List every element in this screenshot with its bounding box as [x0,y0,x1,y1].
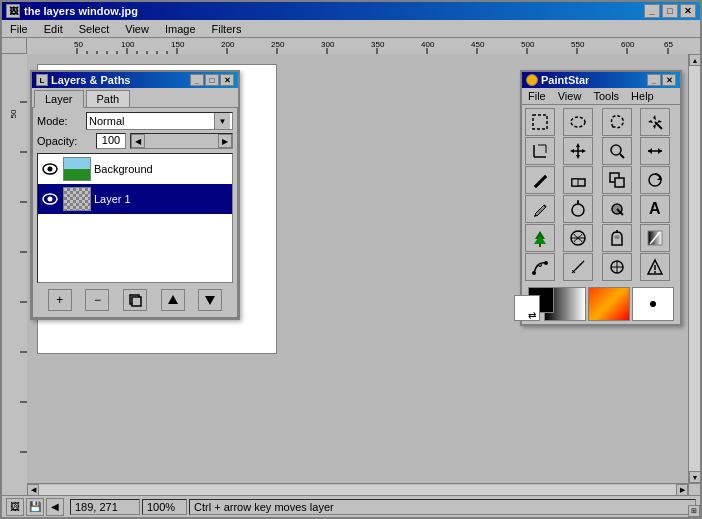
paintstar-menu-tools[interactable]: Tools [591,89,621,103]
menu-view[interactable]: View [121,22,153,36]
layers-maximize-button[interactable]: □ [205,74,219,86]
paintstar-close[interactable]: ✕ [662,74,676,86]
svg-rect-57 [132,297,141,306]
minimize-button[interactable]: _ [644,4,660,18]
text-tool[interactable]: A [640,195,670,223]
move-layer-up-button[interactable] [161,289,185,311]
svg-point-61 [571,117,585,127]
layer-item-background[interactable]: Background [38,154,232,184]
extra-tool2[interactable] [640,253,670,281]
pencil-tool[interactable] [525,195,555,223]
move-tool[interactable] [563,137,593,165]
scroll-track-h[interactable] [39,485,676,495]
layers-list[interactable]: Background Layer 1 [37,153,233,283]
path-tool[interactable] [525,253,555,281]
background-color[interactable] [514,295,540,321]
mode-select[interactable]: Normal ▼ [86,112,233,130]
ball-tool[interactable] [563,224,593,252]
tab-path[interactable]: Path [86,90,131,107]
wand-tool[interactable] [640,108,670,136]
scroll-track-v[interactable] [689,66,700,471]
scroll-up-button[interactable]: ▲ [689,54,701,66]
mode-row: Mode: Normal ▼ [37,112,233,130]
lasso-tool[interactable] [602,108,632,136]
layers-minimize-button[interactable]: _ [190,74,204,86]
layer-eye-background[interactable] [40,159,60,179]
layers-action-buttons: + − [37,287,233,313]
marquee-ellipse-tool[interactable] [563,108,593,136]
delete-layer-button[interactable]: − [85,289,109,311]
status-icon-2[interactable]: 💾 [26,498,44,516]
tools-grid: A [522,105,680,284]
svg-marker-63 [653,115,656,120]
measure-tool[interactable] [563,253,593,281]
svg-text:100: 100 [121,40,135,49]
svg-point-53 [48,167,53,172]
scroll-down-button[interactable]: ▼ [689,471,701,483]
close-button[interactable]: ✕ [680,4,696,18]
arrow-tool[interactable] [640,137,670,165]
paintstar-minimize[interactable]: _ [647,74,661,86]
opacity-left-arrow[interactable]: ◀ [131,134,145,148]
fire-sample[interactable] [588,287,630,321]
mode-select-arrow: ▼ [214,113,230,129]
svg-text:450: 450 [471,40,485,49]
paintstar-menu-help[interactable]: Help [629,89,656,103]
marquee-rect-tool[interactable] [525,108,555,136]
layer-eye-1[interactable] [40,189,60,209]
swap-colors-button[interactable]: ⇄ [528,310,536,321]
layer-item-1[interactable]: Layer 1 [38,184,232,214]
svg-point-90 [572,204,584,216]
ruler-vertical: 50 100 150 200 250 300 350 400 [2,54,27,483]
paintstar-icon [526,74,538,86]
svg-text:50: 50 [9,109,18,118]
opacity-value[interactable]: 100 [96,133,126,149]
svg-point-105 [544,261,548,265]
status-coordinates: 189, 271 [70,499,140,515]
menu-select[interactable]: Select [75,22,114,36]
gradient-tool[interactable] [640,224,670,252]
menu-image[interactable]: Image [161,22,200,36]
svg-point-77 [611,145,621,155]
svg-text:200: 200 [221,40,235,49]
tree-tool[interactable] [525,224,555,252]
menu-bar: File Edit Select View Image Filters [2,20,700,38]
extra-tool1[interactable] [602,253,632,281]
burn-tool[interactable] [563,195,593,223]
svg-rect-96 [539,244,541,247]
menu-file[interactable]: File [6,22,32,36]
zoom-tool[interactable] [602,137,632,165]
menu-edit[interactable]: Edit [40,22,67,36]
smudge-tool[interactable] [602,195,632,223]
layers-tabs: Layer Path [32,88,238,107]
menu-filters[interactable]: Filters [208,22,246,36]
eraser-tool[interactable] [563,166,593,194]
svg-text:350: 350 [371,40,385,49]
brush-tool[interactable] [525,166,555,194]
scroll-left-button[interactable]: ◀ [27,484,39,496]
add-layer-button[interactable]: + [48,289,72,311]
tab-layer[interactable]: Layer [34,90,84,108]
duplicate-layer-button[interactable] [123,289,147,311]
color-swatches[interactable]: ⇄ [528,287,540,321]
clone-tool[interactable] [602,166,632,194]
dot-sample[interactable] [632,287,674,321]
svg-text:150: 150 [171,40,185,49]
scroll-right-button[interactable]: ▶ [676,484,688,496]
status-icon-scroll[interactable]: ◀ [46,498,64,516]
opacity-right-arrow[interactable]: ▶ [218,134,232,148]
maximize-button[interactable]: □ [662,4,678,18]
paintstar-menu-file[interactable]: File [526,89,548,103]
status-resize[interactable]: ⊞ [688,505,700,517]
move-layer-down-button[interactable] [198,289,222,311]
paintstar-menu-view[interactable]: View [556,89,584,103]
bucket-tool[interactable] [602,224,632,252]
layers-dialog-icon: L [36,74,48,86]
crop-tool[interactable] [525,137,555,165]
app-icon: 🖼 [6,4,20,18]
color-samples [544,287,674,321]
opacity-slider[interactable]: ◀ ▶ [130,133,233,149]
transform-tool[interactable] [640,166,670,194]
layers-close-button[interactable]: ✕ [220,74,234,86]
status-icon-1[interactable]: 🖼 [6,498,24,516]
